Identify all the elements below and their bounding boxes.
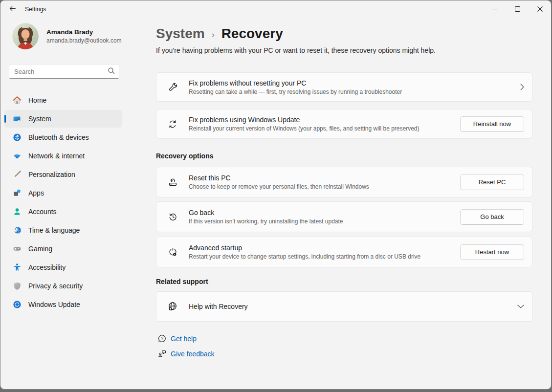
paintbrush-icon [12,170,22,179]
windows-update-icon [12,300,22,309]
main-content: System › Recovery If you’re having probl… [156,0,532,389]
globe-search-icon [156,301,189,312]
troubleshoot-subtitle: Resetting can take a while — first, try … [189,88,509,95]
sidebar-item-privacy-security[interactable]: Privacy & security [4,277,122,295]
give-feedback-label: Give feedback [171,350,215,358]
wrench-icon [156,82,189,92]
windows-update-fix-row: Fix problems using Windows Update Reinst… [156,109,532,139]
reset-pc-button[interactable]: Reset PC [460,174,524,190]
go-back-row: Go back If this version isn’t working, t… [156,201,532,232]
reset-pc-icon [156,177,189,187]
windows-update-fix-subtitle: Reinstall your current version of Window… [189,125,460,132]
advanced-startup-row: Advanced startup Restart your device to … [156,237,532,267]
accessibility-icon [12,263,22,272]
profile-email: amanda.brady@outlook.com [46,37,122,44]
breadcrumb: System › Recovery [156,26,283,42]
back-arrow-icon [9,5,16,14]
accounts-icon [12,207,22,217]
system-icon [12,114,22,124]
advanced-startup-title: Advanced startup [189,244,460,252]
sidebar-item-apps[interactable]: Apps [4,184,122,202]
reinstall-now-button[interactable]: Reinstall now [460,116,524,132]
search-icon[interactable] [108,67,115,76]
chevron-down-icon[interactable] [509,305,524,308]
troubleshoot-row[interactable]: Fix problems without resetting your PC R… [156,72,532,102]
help-with-recovery-title: Help with Recovery [189,303,509,310]
reset-pc-subtitle: Choose to keep or remove your personal f… [189,183,460,190]
sidebar-item-label: Bluetooth & devices [28,133,89,141]
troubleshoot-title: Fix problems without resetting your PC [189,79,509,87]
sidebar-item-label: Home [28,96,46,104]
sync-icon [156,119,189,129]
advanced-startup-subtitle: Restart your device to change startup se… [189,253,460,260]
sidebar-item-time-language[interactable]: Time & language [4,221,122,239]
window-title: Settings [25,6,46,13]
sidebar-item-label: Time & language [28,226,80,234]
sidebar-item-accounts[interactable]: Accounts [4,203,122,220]
page-title: Recovery [221,26,283,42]
selected-accent-pill [4,115,6,123]
settings-window: Settings [0,0,551,389]
back-button[interactable] [4,2,20,16]
profile-name: Amanda Brady [46,28,122,36]
sidebar-item-label: Apps [28,189,44,197]
history-icon [156,212,189,222]
give-feedback-icon [157,349,167,358]
sidebar-item-label: Personalization [28,171,75,178]
page-description: If you’re having problems with your PC o… [156,46,436,54]
search-input[interactable] [14,68,108,75]
avatar [12,23,39,49]
go-back-button[interactable]: Go back [460,209,524,225]
get-help-icon: ? [157,334,167,343]
sidebar-item-personalization[interactable]: Personalization [4,166,122,183]
gamepad-icon [12,244,22,254]
profile-text: Amanda Brady amanda.brady@outlook.com [46,28,122,44]
get-help-link[interactable]: ? Get help [157,334,197,343]
close-icon [537,5,543,14]
breadcrumb-system[interactable]: System [156,26,205,42]
power-gear-icon [156,247,189,257]
search-box[interactable] [9,64,119,79]
sidebar-item-bluetooth-devices[interactable]: Bluetooth & devices [4,129,122,146]
sidebar-item-label: Privacy & security [28,282,83,290]
wifi-icon [12,152,22,161]
svg-text:?: ? [161,336,163,341]
sidebar-item-windows-update[interactable]: Windows Update [4,296,122,313]
give-feedback-link[interactable]: Give feedback [157,349,215,358]
time-language-icon [12,226,22,235]
chevron-right-icon [509,84,524,90]
go-back-subtitle: If this version isn’t working, try unins… [189,218,460,225]
home-icon [12,96,22,105]
sidebar-item-label: Accounts [28,208,57,216]
sidebar-item-label: Windows Update [28,301,80,308]
user-profile[interactable]: Amanda Brady amanda.brady@outlook.com [12,23,122,49]
go-back-title: Go back [189,209,460,217]
sidebar-item-label: Gaming [28,245,52,253]
sidebar-item-home[interactable]: Home [4,91,122,109]
sidebar-item-system[interactable]: System [4,110,122,128]
sidebar-nav: Home System Bluetooth & devices [0,90,126,314]
shield-icon [12,282,22,291]
reset-pc-title: Reset this PC [189,174,460,182]
get-help-label: Get help [171,335,197,343]
sidebar-item-network-internet[interactable]: Network & internet [4,147,122,165]
sidebar-item-label: Accessibility [28,263,66,271]
breadcrumb-separator-icon: › [212,30,215,40]
sidebar-item-label: Network & internet [28,152,85,160]
windows-update-fix-title: Fix problems using Windows Update [189,116,460,124]
apps-icon [12,189,22,198]
help-with-recovery-row[interactable]: Help with Recovery [156,291,532,322]
section-recovery-options: Recovery options [156,152,213,160]
sidebar-item-gaming[interactable]: Gaming [4,240,122,258]
section-related-support: Related support [156,278,208,285]
sidebar-item-accessibility[interactable]: Accessibility [4,259,122,276]
bluetooth-icon [12,133,22,142]
sidebar-item-label: System [28,115,51,123]
reset-pc-row: Reset this PC Choose to keep or remove y… [156,167,532,197]
restart-now-button[interactable]: Restart now [460,244,524,260]
